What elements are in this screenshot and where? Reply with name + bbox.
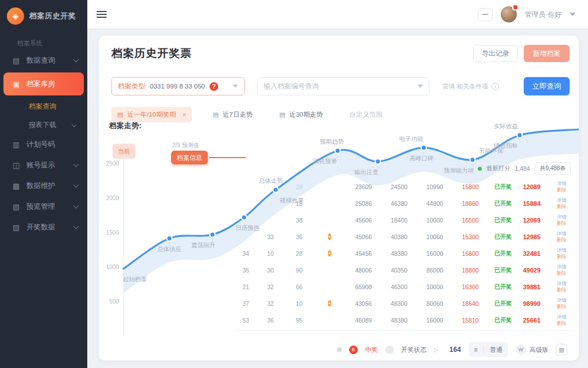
svg-text:总体供应: 总体供应: [157, 246, 182, 252]
delete-link[interactable]: 删除: [546, 220, 578, 227]
message-icon[interactable]: [478, 8, 493, 21]
menu-icon: ▧: [13, 202, 26, 211]
red-count-badge[interactable]: 8: [349, 346, 358, 354]
sidebar-item-7[interactable]: ▧预览管理: [0, 196, 87, 217]
table-cell: 49029: [518, 267, 546, 274]
row-actions: 详情删除: [546, 247, 578, 259]
table-cell: 25086: [346, 200, 381, 207]
hot-number-icon[interactable]: +: [328, 300, 331, 306]
row-actions: 详情删除: [546, 314, 578, 326]
grid-view-icon[interactable]: ▦: [556, 344, 567, 355]
tab-2[interactable]: ▤近30期走势: [273, 107, 328, 122]
keyword-select[interactable]: 输入档案编号查询: [257, 77, 430, 95]
sidebar-item-5[interactable]: ◫账号提示: [0, 155, 87, 175]
table-cell: 39881: [518, 283, 546, 290]
topbar: 管理员·你好: [87, 0, 588, 29]
sidebar-subitem-label: 档案查询: [29, 102, 56, 112]
delete-link[interactable]: 删除: [546, 270, 578, 277]
sidebar-subitem-2[interactable]: 档案查询: [0, 97, 87, 116]
delete-link[interactable]: 删除: [546, 254, 578, 260]
table-cell: 43056: [346, 300, 381, 307]
row-actions: 详情删除: [546, 214, 578, 226]
sidebar-item-label: 数据维护: [26, 181, 55, 191]
table-cell: 15810: [452, 317, 488, 324]
table-cell: 已开奖: [488, 266, 518, 274]
keyword-placeholder: 输入档案编号查询: [264, 82, 319, 91]
sidebar-item-6[interactable]: ▦数据维护: [0, 175, 87, 196]
detail-link[interactable]: 详情: [546, 264, 578, 270]
sidebar-item-0[interactable]: ▤数据查询: [0, 50, 87, 71]
chevron-icon: [74, 203, 79, 209]
search-button[interactable]: 立即查询: [524, 77, 570, 95]
table-row: 1825086463804490018860已开奖15884详情删除: [235, 195, 578, 212]
menu-icon: ◫: [13, 161, 26, 170]
delete-link[interactable]: 删除: [546, 304, 578, 310]
detail-link[interactable]: 详情: [546, 297, 578, 304]
detail-link[interactable]: 详情: [546, 181, 578, 187]
avatar[interactable]: [501, 6, 517, 22]
table-cell: 18: [285, 200, 314, 207]
table-cell: 16000: [417, 317, 452, 324]
table-cell: 28: [285, 250, 314, 257]
mode-normal-button[interactable]: 普通: [484, 342, 508, 357]
table-cell: 86000: [417, 267, 452, 274]
table-cell: 15884: [518, 200, 546, 207]
advanced-mode[interactable]: W 高级版: [516, 344, 548, 355]
table-row: 373210+43056483008006018540已开奖98990详情删除: [235, 295, 578, 312]
delete-link[interactable]: 删除: [546, 204, 578, 210]
tab-label: 近7日走势: [223, 110, 253, 119]
svg-text:实际效益: 实际效益: [494, 122, 519, 129]
table-cell: 15800: [452, 183, 488, 190]
table-cell: 35: [235, 267, 256, 274]
current-tag[interactable]: 当前: [113, 144, 136, 159]
sidebar-item-label: 数据查询: [26, 56, 55, 66]
table-cell: 16800: [452, 250, 488, 257]
svg-text:输出注意: 输出注意: [354, 168, 379, 175]
hamburger-menu-icon[interactable]: [96, 9, 107, 20]
view-mode-switch[interactable]: ≡ 普通: [469, 342, 508, 357]
detail-link[interactable]: 详情: [546, 231, 578, 237]
list-icon[interactable]: ≡: [469, 342, 483, 357]
table-cell: 32481: [518, 250, 546, 257]
lottery-logo-icon: ◈: [7, 7, 24, 25]
sidebar-item-4[interactable]: ▥计划号码: [0, 134, 87, 155]
detail-link[interactable]: 详情: [546, 247, 578, 254]
hot-number-icon[interactable]: +: [328, 250, 331, 256]
detail-link[interactable]: 详情: [546, 314, 578, 320]
chart-legend: 最新打分 1,484 共9,488条: [478, 162, 571, 175]
sidebar-item-label: 预览管理: [26, 202, 55, 212]
grey-legend-label: 开奖状态: [401, 346, 427, 354]
detail-link[interactable]: 详情: [546, 214, 578, 220]
sidebar-item-8[interactable]: ▨开奖数据: [0, 217, 87, 237]
tab-1[interactable]: ▤近7日走势: [207, 107, 258, 122]
svg-text:1000: 1000: [106, 264, 119, 270]
chevron-down-icon[interactable]: [570, 13, 575, 16]
hot-number-icon[interactable]: +: [328, 233, 331, 240]
detail-link[interactable]: 详情: [546, 197, 578, 204]
delete-link[interactable]: 删除: [546, 187, 578, 193]
table-cell: 10: [256, 250, 285, 257]
delete-link[interactable]: 删除: [546, 237, 578, 243]
table-cell: 10000: [417, 283, 452, 290]
archive-type-select[interactable]: 档案类型 0331 999 8 33 050 ?: [111, 77, 245, 95]
close-icon[interactable]: ×: [182, 111, 186, 119]
export-button[interactable]: 导出记录: [473, 45, 518, 62]
table-cell: 48300: [381, 300, 417, 307]
grey-circle-icon[interactable]: [385, 346, 394, 354]
table-cell: 44900: [417, 200, 452, 207]
menu-icon: ▨: [13, 223, 26, 232]
chart-section-label: 档案走势:: [109, 121, 141, 131]
results-table: 2823609245001099015800已开奖12089详情删除182508…: [235, 178, 578, 328]
tab-3[interactable]: 自定义范围: [343, 107, 388, 122]
menu-icon: ▤: [13, 56, 26, 65]
detail-link[interactable]: 详情: [546, 281, 578, 287]
delete-link[interactable]: 删除: [546, 320, 578, 327]
tab-0[interactable]: ▤近一年/10期奖期×: [111, 107, 192, 122]
sidebar-subitem-3[interactable]: 报表下载: [0, 116, 87, 134]
delete-link[interactable]: 删除: [546, 287, 578, 293]
table-cell: 40350: [381, 267, 417, 274]
add-record-button[interactable]: 新增档案: [524, 45, 570, 62]
table-cell: 18860: [452, 200, 488, 207]
legend-total-pill[interactable]: 共9,488条: [535, 162, 571, 175]
sidebar-item-1[interactable]: ▣档案库房: [3, 72, 84, 95]
